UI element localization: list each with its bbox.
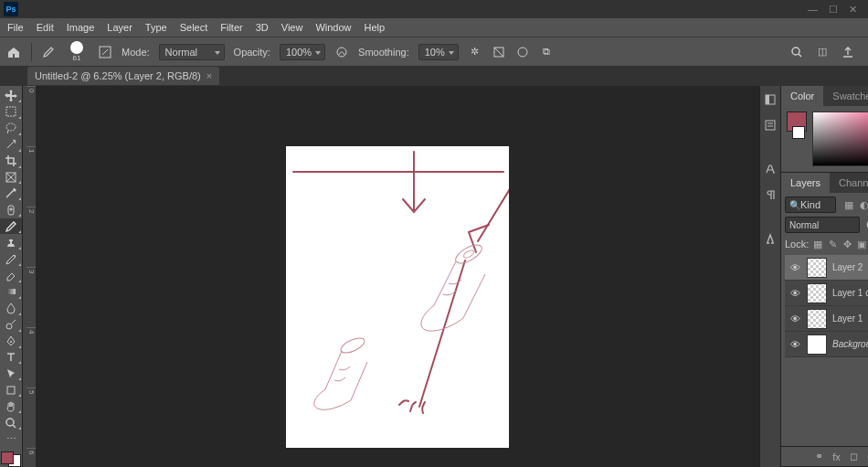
menu-edit[interactable]: Edit [37, 22, 54, 33]
eraser-tool-icon[interactable] [0, 268, 22, 283]
frame-tool-icon[interactable] [0, 170, 22, 186]
home-icon[interactable] [5, 44, 22, 60]
filter-pixel-icon[interactable]: ▦ [843, 199, 854, 210]
search-icon[interactable] [789, 45, 804, 59]
layer-thumbnail[interactable] [807, 334, 827, 355]
visibility-toggle-icon[interactable]: 👁 [789, 261, 801, 274]
marquee-tool-icon[interactable] [0, 104, 22, 120]
menu-file[interactable]: File [7, 22, 24, 33]
layer-filter-row: 🔍 Kind ▦ ◐ T ▭ ◆ ● [785, 196, 868, 213]
hand-tool-icon[interactable] [0, 398, 22, 414]
opacity-dropdown[interactable]: 100% [280, 44, 325, 60]
smoothing-dropdown[interactable]: 10% [418, 44, 459, 60]
panel-color-swatches[interactable] [787, 111, 807, 166]
maximize-icon[interactable]: ☐ [829, 4, 838, 16]
layer-name[interactable]: Background [832, 339, 868, 349]
character-panel-icon[interactable] [760, 159, 780, 179]
menu-help[interactable]: Help [365, 22, 386, 33]
lock-position-icon[interactable]: ✥ [842, 239, 852, 249]
pen-tool-icon[interactable] [0, 334, 22, 349]
filter-adjust-icon[interactable]: ◐ [859, 199, 868, 210]
properties-panel-icon[interactable] [760, 115, 780, 135]
pressure-size-icon[interactable] [515, 45, 530, 59]
glyphs-panel-icon[interactable] [760, 228, 780, 249]
document-tab-close-icon[interactable]: × [206, 70, 212, 81]
blend-mode-dropdown[interactable]: Normal [159, 44, 225, 60]
airbrush-icon[interactable] [492, 45, 506, 59]
layer-row[interactable]: 👁 Background 🔒 [785, 332, 868, 357]
layer-row[interactable]: 👁 Layer 2 [785, 255, 868, 281]
minimize-icon[interactable]: — [808, 4, 818, 16]
menu-image[interactable]: Image [67, 22, 95, 33]
lasso-tool-icon[interactable] [0, 121, 22, 136]
document-tab[interactable]: Untitled-2 @ 6.25% (Layer 2, RGB/8) × [27, 67, 219, 85]
dodge-tool-icon[interactable] [0, 317, 22, 333]
gradient-tool-icon[interactable] [0, 284, 22, 300]
artboard[interactable] [286, 146, 509, 448]
menu-3d[interactable]: 3D [256, 22, 269, 33]
crop-tool-icon[interactable] [0, 154, 22, 169]
lock-pixels-icon[interactable]: ✎ [827, 239, 838, 249]
layer-name[interactable]: Layer 1 copy [832, 288, 868, 298]
visibility-toggle-icon[interactable]: 👁 [789, 287, 801, 300]
layer-row[interactable]: 👁 Layer 1 copy [785, 281, 868, 306]
brush-tool-icon[interactable] [0, 218, 22, 234]
eyedropper-tool-icon[interactable] [0, 186, 22, 201]
lock-artboard-icon[interactable]: ▣ [856, 239, 867, 249]
type-tool-icon[interactable] [0, 350, 22, 366]
lock-trans-icon[interactable]: ▦ [812, 239, 823, 249]
foreground-swatch[interactable] [1, 451, 14, 464]
layer-kind-dropdown[interactable]: 🔍 Kind [785, 196, 836, 213]
visibility-toggle-icon[interactable]: 👁 [789, 313, 801, 325]
history-panel-icon[interactable] [760, 90, 780, 110]
layer-name[interactable]: Layer 2 [832, 262, 863, 272]
menu-type[interactable]: Type [145, 22, 167, 33]
brush-preset[interactable]: 61 [65, 40, 89, 64]
share-icon[interactable] [841, 45, 855, 59]
clone-stamp-tool-icon[interactable] [0, 235, 22, 250]
color-swatches[interactable] [1, 451, 21, 467]
svg-point-9 [14, 255, 16, 257]
panel-bg-swatch[interactable] [792, 126, 805, 139]
svg-point-11 [6, 324, 12, 329]
brush-panel-icon[interactable] [98, 45, 112, 59]
move-tool-icon[interactable] [0, 88, 22, 103]
smoothing-options-icon[interactable]: ✲ [468, 45, 482, 59]
vertical-ruler[interactable]: 0 1 2 3 4 5 6 [23, 86, 36, 467]
paragraph-panel-icon[interactable] [760, 185, 780, 205]
tab-color[interactable]: Color [781, 86, 823, 106]
brush-tool-icon[interactable] [41, 45, 56, 59]
link-layers-icon[interactable]: ⚭ [815, 451, 823, 462]
zoom-tool-icon[interactable] [0, 415, 22, 430]
canvas-viewport[interactable] [36, 86, 759, 467]
history-brush-tool-icon[interactable] [0, 251, 22, 267]
tab-channels[interactable]: Channels [830, 173, 868, 193]
layer-mask-icon[interactable]: ◻ [850, 451, 858, 462]
shape-tool-icon[interactable] [0, 382, 22, 398]
healing-tool-icon[interactable] [0, 202, 22, 218]
menu-select[interactable]: Select [180, 22, 208, 33]
layer-row[interactable]: 👁 Layer 1 [785, 306, 868, 332]
menu-layer[interactable]: Layer [107, 22, 132, 33]
symmetry-icon[interactable]: ⧉ [539, 45, 554, 59]
visibility-toggle-icon[interactable]: 👁 [789, 338, 801, 351]
menu-window[interactable]: Window [315, 22, 351, 33]
tab-layers[interactable]: Layers [781, 173, 830, 193]
quick-select-tool-icon[interactable] [0, 137, 22, 153]
color-picker-field[interactable] [812, 111, 868, 166]
layer-name[interactable]: Layer 1 [832, 313, 863, 324]
layer-thumbnail[interactable] [807, 283, 827, 303]
layer-thumbnail[interactable] [807, 309, 827, 329]
close-icon[interactable]: ✕ [849, 4, 857, 16]
tab-swatches[interactable]: Swatches [823, 86, 868, 106]
layer-style-icon[interactable]: fx [832, 451, 841, 462]
menu-view[interactable]: View [281, 22, 303, 33]
path-select-tool-icon[interactable] [0, 366, 22, 381]
blend-mode-dropdown[interactable]: Normal [785, 217, 860, 233]
edit-toolbar-icon[interactable]: ⋯ [0, 431, 22, 447]
layer-thumbnail[interactable] [807, 258, 827, 278]
menu-filter[interactable]: Filter [220, 22, 242, 33]
pressure-opacity-icon[interactable] [334, 45, 349, 59]
blur-tool-icon[interactable] [0, 301, 22, 316]
workspace-icon[interactable]: ◫ [815, 45, 830, 59]
